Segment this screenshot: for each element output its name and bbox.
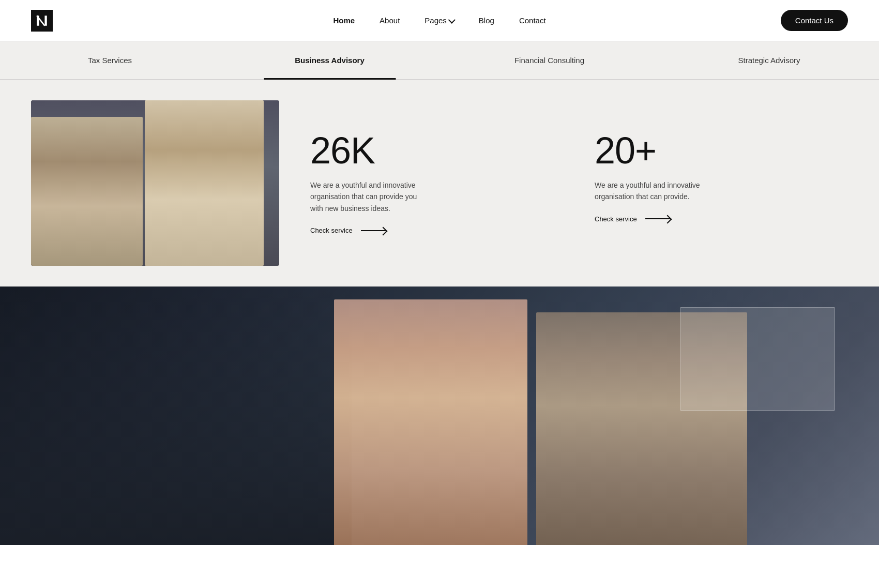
stat-blocks: 26K We are a youthful and innovative org… — [310, 132, 848, 234]
chevron-down-icon — [448, 16, 456, 23]
arrow-icon-2 — [645, 218, 670, 219]
check-service-link-2[interactable]: Check service — [595, 215, 848, 223]
logo-icon — [35, 14, 49, 27]
nav-blog[interactable]: Blog — [479, 16, 494, 25]
logo[interactable] — [31, 10, 53, 32]
nav-links: Home About Pages Blog Contact — [333, 16, 545, 25]
stat-number-2: 20+ — [595, 132, 848, 169]
tab-strategic-advisory[interactable]: Strategic Advisory — [659, 41, 879, 79]
tab-financial-consulting[interactable]: Financial Consulting — [440, 41, 659, 79]
bottom-image-section — [0, 287, 879, 545]
check-service-link-1[interactable]: Check service — [310, 227, 564, 234]
stat-number-1: 26K — [310, 132, 564, 169]
bottom-whiteboard — [680, 307, 835, 411]
nav-pages[interactable]: Pages — [425, 16, 454, 25]
stat-desc-1: We are a youthful and innovative organis… — [310, 179, 424, 214]
nav-contact[interactable]: Contact — [519, 16, 546, 25]
stat-block-2: 20+ We are a youthful and innovative org… — [595, 132, 848, 234]
services-tabs: Tax Services Business Advisory Financial… — [0, 41, 879, 80]
arrow-icon-1 — [361, 230, 386, 231]
bottom-person-center — [334, 299, 527, 545]
contact-us-button[interactable]: Contact Us — [781, 10, 848, 31]
tab-business-advisory[interactable]: Business Advisory — [220, 41, 440, 79]
tab-tax-services[interactable]: Tax Services — [0, 41, 220, 79]
nav-home[interactable]: Home — [333, 16, 355, 25]
bottom-bg-left — [0, 287, 352, 545]
service-content: 26K We are a youthful and innovative org… — [0, 80, 879, 287]
stat-block-1: 26K We are a youthful and innovative org… — [310, 132, 564, 234]
main-nav: Home About Pages Blog Contact Contact Us — [0, 0, 879, 41]
service-image — [31, 100, 279, 266]
stat-desc-2: We are a youthful and innovative organis… — [595, 179, 708, 203]
services-section: Tax Services Business Advisory Financial… — [0, 41, 879, 287]
nav-about[interactable]: About — [380, 16, 400, 25]
